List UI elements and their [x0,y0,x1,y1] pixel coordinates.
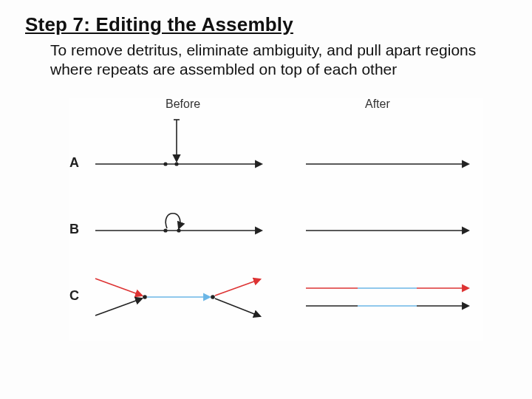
slide: Step 7: Editing the Assembly To remove d… [0,0,532,399]
svg-line-16 [215,299,260,316]
svg-point-1 [163,162,167,166]
svg-point-8 [177,228,180,232]
svg-point-14 [211,295,215,299]
row-b-before [95,213,262,232]
svg-line-10 [95,279,142,296]
slide-title: Step 7: Editing the Assembly [25,13,510,36]
assembly-editing-figure: Before After A B C [69,98,483,341]
svg-line-15 [215,279,260,296]
svg-point-12 [143,295,147,299]
svg-line-11 [95,299,142,316]
row-c-before [95,279,260,316]
svg-point-2 [174,162,178,166]
row-c-after [306,288,468,306]
slide-body-text: To remove detritus, eliminate ambiguity,… [50,41,479,80]
svg-point-7 [163,228,167,232]
row-a-before [95,120,262,166]
diagram-svg [69,98,483,341]
